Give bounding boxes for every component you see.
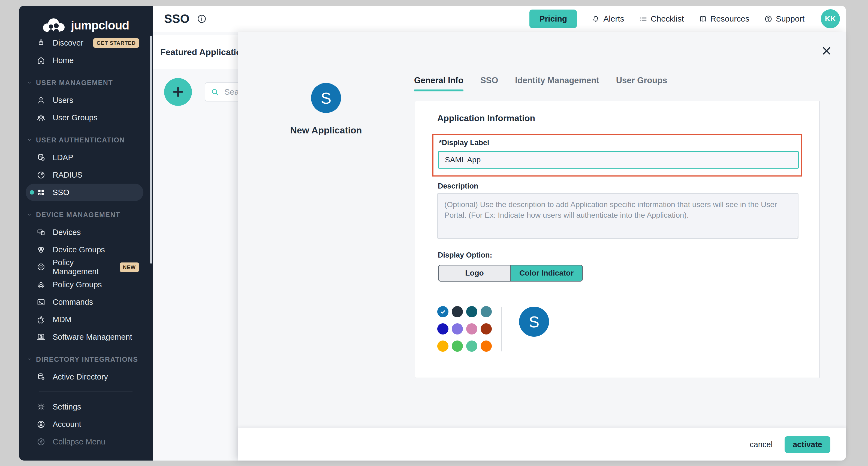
sidebar-scrollbar[interactable] bbox=[150, 36, 152, 264]
sidebar-item-ldap[interactable]: LDAP bbox=[26, 149, 144, 166]
sidebar-item-label: Account bbox=[53, 420, 81, 429]
color-swatch-7[interactable] bbox=[480, 323, 492, 334]
chevron-down-icon bbox=[27, 357, 32, 362]
add-application-button[interactable] bbox=[164, 78, 192, 106]
color-swatch-6[interactable] bbox=[466, 323, 477, 334]
gear-icon bbox=[36, 402, 45, 411]
new-badge: NEW bbox=[120, 262, 139, 272]
color-swatch-3[interactable] bbox=[480, 306, 492, 317]
card-heading: Application Information bbox=[437, 113, 535, 123]
display-option-toggle: LogoColor Indicator bbox=[438, 265, 583, 282]
plus-icon bbox=[171, 85, 185, 99]
sidebar-item-label: RADIUS bbox=[53, 171, 83, 179]
sidebar-item-policy-groups[interactable]: Policy Groups bbox=[26, 276, 144, 293]
application-information-card: Application Information *Display Label D… bbox=[415, 101, 820, 378]
sidebar-item-label: Active Directory bbox=[53, 372, 108, 381]
header-link-label: Resources bbox=[710, 14, 749, 24]
sidebar-item-label: Commands bbox=[53, 298, 93, 307]
pricing-button[interactable]: Pricing bbox=[529, 9, 577, 28]
header-link-support[interactable]: Support bbox=[764, 14, 804, 24]
display-label-input[interactable] bbox=[438, 151, 799, 169]
sidebar-item-settings[interactable]: Settings bbox=[26, 398, 144, 415]
color-swatch-0[interactable] bbox=[437, 306, 448, 317]
sidebar-item-sso[interactable]: SSO bbox=[26, 184, 144, 201]
sidebar-item-policy-management[interactable]: Policy ManagementNEW bbox=[26, 258, 144, 276]
database-windows-icon bbox=[36, 372, 45, 381]
color-swatch-11[interactable] bbox=[480, 341, 492, 352]
check-icon bbox=[440, 309, 446, 315]
tab-sso[interactable]: SSO bbox=[480, 76, 498, 85]
tab-identity-management[interactable]: Identity Management bbox=[515, 76, 599, 85]
sidebar-item-label: Users bbox=[53, 96, 73, 105]
sidebar-item-mdm[interactable]: MDM bbox=[26, 311, 144, 328]
new-application-modal: S New Application General InfoSSOIdentit… bbox=[238, 32, 846, 461]
sidebar-item-label: Software Management bbox=[53, 332, 132, 342]
sidebar-item-collapse-menu[interactable]: Collapse Menu bbox=[26, 433, 144, 450]
jumpcloud-logo-text: jumpcloud bbox=[71, 19, 129, 32]
header-link-alerts[interactable]: Alerts bbox=[592, 14, 624, 24]
terminal-icon bbox=[36, 298, 45, 307]
description-textarea[interactable] bbox=[437, 193, 799, 239]
application-avatar: S bbox=[311, 83, 341, 113]
display-label-label: *Display Label bbox=[439, 139, 489, 147]
sidebar-item-label: LDAP bbox=[53, 153, 73, 162]
devices-icon bbox=[36, 228, 45, 237]
sidebar: jumpcloud DiscoverGET STARTEDHomeUSER MA… bbox=[19, 6, 153, 461]
sidebar-item-radius[interactable]: RADIUS bbox=[26, 166, 144, 184]
search-icon bbox=[210, 87, 219, 96]
info-icon[interactable] bbox=[196, 13, 207, 24]
header-link-label: Support bbox=[776, 14, 804, 24]
sidebar-item-user-groups[interactable]: User Groups bbox=[26, 109, 144, 126]
laptop-apps-icon bbox=[36, 332, 45, 342]
sidebar-section-user-management[interactable]: USER MANAGEMENT bbox=[26, 74, 144, 91]
swatch-preview-divider bbox=[501, 307, 502, 351]
gauge-icon bbox=[36, 171, 45, 179]
header-links: AlertsChecklistResourcesSupport bbox=[592, 14, 804, 24]
sidebar-item-label: User Groups bbox=[53, 113, 97, 122]
sidebar-section-device-management[interactable]: DEVICE MANAGEMENT bbox=[26, 206, 144, 224]
sidebar-item-commands[interactable]: Commands bbox=[26, 293, 144, 311]
modal-footer: cancel activate bbox=[238, 428, 846, 461]
sidebar-section-user-authentication[interactable]: USER AUTHENTICATION bbox=[26, 131, 144, 149]
display-option-label: Display Option: bbox=[438, 251, 492, 259]
sidebar-item-device-groups[interactable]: Device Groups bbox=[26, 241, 144, 258]
color-swatch-4[interactable] bbox=[437, 323, 448, 334]
checklist-icon bbox=[639, 15, 647, 23]
sidebar-item-label: Devices bbox=[53, 228, 81, 237]
policy-group-icon bbox=[36, 280, 45, 289]
sidebar-item-discover[interactable]: DiscoverGET STARTED bbox=[26, 34, 144, 52]
color-swatch-5[interactable] bbox=[452, 323, 463, 334]
color-swatch-8[interactable] bbox=[437, 341, 448, 352]
header-link-resources[interactable]: Resources bbox=[699, 14, 749, 24]
sidebar-item-account[interactable]: Account bbox=[26, 415, 144, 433]
color-swatch-9[interactable] bbox=[452, 341, 463, 352]
cancel-button[interactable]: cancel bbox=[750, 440, 773, 449]
sidebar-section-directory-integrations[interactable]: DIRECTORY INTEGRATIONS bbox=[26, 351, 144, 368]
section-label: USER MANAGEMENT bbox=[36, 79, 113, 87]
avatar[interactable]: KK bbox=[821, 9, 840, 28]
sidebar-item-label: Collapse Menu bbox=[53, 437, 105, 446]
user-group-icon bbox=[36, 113, 45, 122]
tab-user-groups[interactable]: User Groups bbox=[616, 76, 668, 85]
sidebar-item-active-directory[interactable]: Active Directory bbox=[26, 368, 144, 385]
color-swatch-2[interactable] bbox=[466, 306, 477, 317]
header-link-checklist[interactable]: Checklist bbox=[639, 14, 684, 24]
close-icon[interactable] bbox=[820, 45, 833, 57]
color-swatch-1[interactable] bbox=[452, 306, 463, 317]
jumpcloud-logo: jumpcloud bbox=[19, 6, 153, 34]
activate-button[interactable]: activate bbox=[784, 436, 830, 453]
tab-general-info[interactable]: General Info bbox=[414, 76, 463, 85]
header-link-label: Alerts bbox=[603, 14, 624, 24]
database-clock-icon bbox=[36, 153, 45, 162]
sidebar-item-devices[interactable]: Devices bbox=[26, 224, 144, 241]
sidebar-item-users[interactable]: Users bbox=[26, 91, 144, 109]
display-option-logo[interactable]: Logo bbox=[439, 265, 510, 281]
sidebar-item-home[interactable]: Home bbox=[26, 52, 144, 69]
sidebar-nav: DiscoverGET STARTEDHomeUSER MANAGEMENTUs… bbox=[19, 34, 153, 450]
sidebar-item-software-management[interactable]: Software Management bbox=[26, 328, 144, 346]
color-swatch-10[interactable] bbox=[466, 341, 477, 352]
page-title: SSO bbox=[164, 12, 189, 26]
section-label: DEVICE MANAGEMENT bbox=[36, 211, 120, 219]
display-option-color-indicator[interactable]: Color Indicator bbox=[510, 265, 582, 281]
screen-background: SSO Pricing AlertsChecklistResourcesSupp… bbox=[0, 0, 868, 466]
